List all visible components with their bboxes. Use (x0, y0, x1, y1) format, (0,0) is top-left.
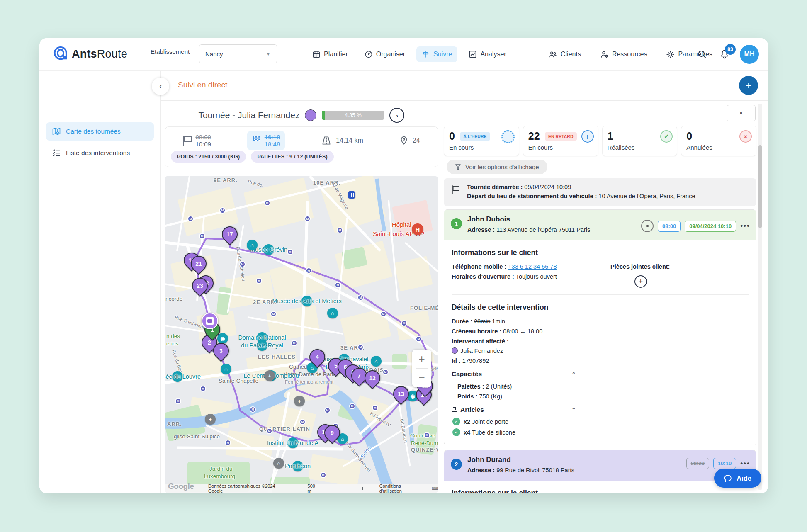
nav-ressources[interactable]: Ressources (595, 46, 652, 62)
article-name: Joint de porte (472, 418, 508, 425)
display-options-label: Voir les options d'affichage (465, 163, 539, 170)
chevron-down-icon: ▼ (266, 51, 271, 57)
chevron-up-icon[interactable]: ⌃ (571, 371, 576, 377)
more-menu-icon[interactable]: ••• (740, 459, 750, 468)
road-icon (321, 136, 332, 146)
panel-scrollbar (758, 104, 762, 490)
metro-icon: M (324, 407, 331, 413)
metro-icon: M (219, 207, 226, 214)
establishment-value: Nancy (205, 51, 223, 58)
status-cards: 0 À L'HEURE En cours 22 EN RETARD En cou… (444, 126, 756, 156)
status-label: Annulées (686, 144, 751, 151)
map-label: glise Saint-Sulpice (174, 433, 220, 440)
sidebar-item-label: Liste des interventions (66, 149, 130, 157)
next-tour-button[interactable]: › (389, 108, 404, 123)
page: ‹ Suivi en direct + Tournée - Julia Fern… (160, 70, 768, 493)
finish-flag-icon (252, 136, 260, 146)
zoom-out-button[interactable]: − (412, 369, 431, 387)
nav-clients[interactable]: Clients (543, 46, 586, 62)
keyboard-icon[interactable]: ⌨ (432, 486, 438, 491)
map-attribution: Données cartographiques ©2024 Google 500… (165, 484, 438, 493)
search-button[interactable] (695, 47, 709, 61)
stat-start-time: 08:00 10:09 (183, 134, 211, 148)
logo-light: Route (97, 48, 127, 60)
map-label: Musée Grévin (263, 244, 274, 255)
more-menu-icon[interactable]: ••• (740, 222, 750, 230)
establishment-label: Établissement (151, 48, 190, 55)
notifications-button[interactable]: 83 (717, 47, 732, 61)
tab-suivre[interactable]: Suivre (416, 46, 457, 62)
phone-link[interactable]: +33 6 12 34 56 78 (508, 263, 557, 270)
scale-label: 500 m (308, 483, 320, 493)
avatar[interactable]: MH (740, 45, 759, 64)
add-attachment-button[interactable]: + (634, 275, 647, 288)
nav-clients-label: Clients (561, 51, 581, 58)
stop-1-header[interactable]: 1 John Dubois Adresse : 113 Avenue de l'… (444, 210, 756, 240)
spinner-icon (501, 130, 515, 143)
articles-title: Articles (460, 406, 484, 413)
start-flag-icon (183, 136, 191, 146)
article-item: ✓ x2 Joint de porte (452, 418, 749, 425)
articles-icon (452, 406, 457, 412)
help-button[interactable]: Aide (714, 469, 761, 488)
intervention-details-section: Détails de cette intervention Durée : 20… (444, 295, 756, 441)
rail-poi-icon (348, 191, 355, 199)
status-badge: EN RETARD (545, 132, 576, 141)
close-panel-button[interactable]: × (727, 105, 756, 121)
tab-analyser-label: Analyser (480, 51, 506, 58)
search-icon (697, 49, 707, 59)
locate-icon[interactable] (641, 220, 654, 232)
scrollbar-thumb[interactable] (758, 145, 762, 228)
vehicle-marker[interactable] (202, 313, 218, 329)
topbar-icons: 83 MH (695, 38, 759, 70)
map-label: QUINZE-V (411, 447, 438, 453)
stop-2-header[interactable]: 2 John Durand Adresse : 99 Rue de Rivoli… (444, 450, 756, 481)
establishment-select[interactable]: Nancy ▼ (199, 44, 277, 63)
planned-time-chip: 08:20 (686, 458, 709, 469)
tab-analyser[interactable]: Analyser (463, 46, 511, 62)
pallets-badge: PALETTES : 9 / 12 (UNITÉS) (251, 151, 334, 163)
tab-planifier[interactable]: Planifier (307, 46, 353, 62)
gauge-icon (365, 50, 373, 58)
tour-title: Tournée - Julia Fernandez (199, 110, 300, 120)
metro-icon: M (200, 386, 206, 392)
sidebar-item-liste-des-interventions[interactable]: Liste des interventions (46, 144, 154, 162)
chevron-up-icon[interactable]: ⌃ (571, 407, 576, 413)
status-card-on-time: 0 À L'HEURE En cours (444, 126, 519, 156)
departure-label: Départ du lieu de stationnement du véhic… (467, 193, 597, 199)
check-icon: ✓ (452, 418, 460, 425)
stop-1-actions: 08:00 09/04/2024 10:10 ••• (641, 220, 750, 232)
stop-2-actions: 08:20 10:10 ••• (686, 458, 750, 469)
terms-link[interactable]: Conditions d'utilisation (379, 483, 425, 493)
stats-row: 08:00 10:09 16:18 18:48 14,14 km (165, 131, 438, 150)
map-label: Luxembourg (204, 473, 235, 479)
pin-icon (399, 136, 408, 146)
hours-value: Toujours ouvert (516, 273, 557, 280)
sidebar-item-carte-des-tournees[interactable]: Carte des tournées (46, 122, 154, 141)
map-label: du Palais-Royal (257, 340, 267, 351)
map-label: Musée du Louvre (172, 371, 183, 382)
stop-address: Adresse : 113 Avenue de l'Opéra 75011 Pa… (467, 226, 604, 235)
agent-color-dot (452, 347, 458, 354)
id-label: Id : (452, 357, 461, 364)
map-scale: 500 m (308, 483, 363, 493)
stop-card-2: 2 John Durand Adresse : 99 Rue de Rivoli… (444, 450, 756, 493)
canal-saint-martin (377, 179, 384, 231)
alert-icon[interactable]: ! (581, 130, 594, 143)
antsroute-logo-icon (53, 46, 68, 62)
metro-icon: M (382, 369, 389, 375)
metro-icon: M (287, 249, 293, 255)
back-button[interactable]: ‹ (152, 78, 169, 95)
time-slot-value: 08:00 ↔ 18:00 (503, 328, 542, 335)
articles-list: ✓ x2 Joint de porte ✓ x4 Tube de silicon… (452, 418, 749, 436)
metro-icon: M (349, 403, 355, 409)
metro-icon: M (372, 405, 378, 411)
route-map[interactable]: + − Google Données cartographiques ©2024… (165, 176, 438, 493)
add-button[interactable]: + (739, 76, 758, 95)
display-options-button[interactable]: Voir les options d'affichage (447, 160, 547, 174)
zoom-in-button[interactable]: + (412, 350, 431, 368)
tab-organiser[interactable]: Organiser (359, 46, 411, 62)
page-title: Suivi en direct (178, 80, 227, 90)
agent-label: Intervenant affecté : (452, 338, 509, 345)
logo[interactable]: AntsRoute (53, 46, 127, 62)
